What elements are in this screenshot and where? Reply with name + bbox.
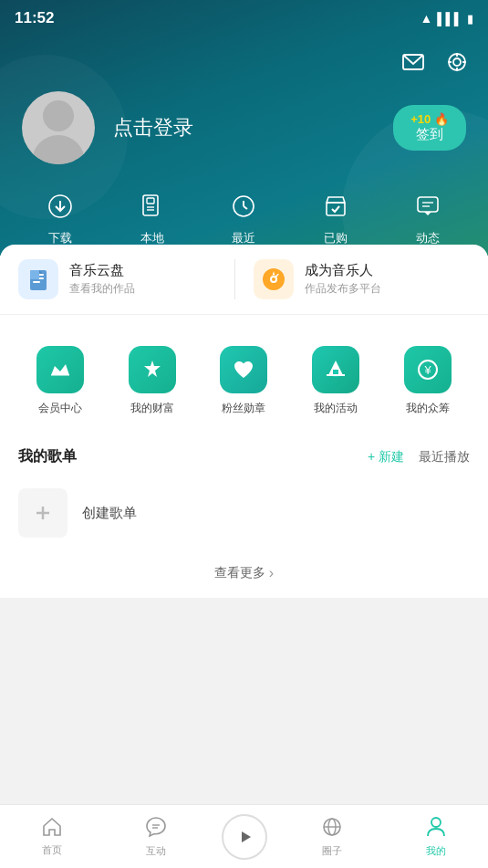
quick-local[interactable]: 本地	[134, 188, 171, 246]
svg-rect-24	[30, 270, 39, 279]
vip-icon	[36, 346, 84, 393]
mine-label: 我的	[426, 844, 446, 858]
activity-icon	[312, 346, 359, 393]
svg-rect-16	[327, 203, 345, 215]
profile-row: 点击登录 +10 🔥 签到	[0, 91, 488, 164]
checkin-plus-text: +10 🔥	[410, 112, 449, 126]
login-prompt[interactable]: 点击登录	[113, 114, 393, 141]
settings-button[interactable]	[441, 46, 473, 78]
create-playlist-label: 创建歌单	[82, 505, 137, 522]
cloud-disk-title: 音乐云盘	[69, 262, 135, 279]
home-icon	[41, 817, 63, 841]
cloud-disk-item[interactable]: 音乐云盘 查看我的作品	[18, 259, 234, 299]
nav-mine[interactable]: 我的	[384, 805, 488, 868]
wealth-label: 我的财富	[130, 401, 174, 416]
vip-label: 会员中心	[38, 401, 82, 416]
playlist-section: 我的歌单 + 新建 最近播放 创建歌单	[0, 433, 488, 549]
create-playlist-item[interactable]: 创建歌单	[18, 477, 470, 549]
download-icon	[42, 188, 78, 225]
main-content: 音乐云盘 查看我的作品 成为音乐人 作品发布多平台	[0, 245, 488, 598]
svg-point-39	[431, 818, 441, 827]
interact-label: 互动	[146, 844, 166, 858]
vip-center[interactable]: 会员中心	[36, 346, 84, 416]
header-icons	[397, 46, 473, 78]
musician-sub: 作品发布多平台	[305, 281, 381, 297]
status-time: 11:52	[15, 9, 54, 27]
checkin-label: 签到	[416, 126, 443, 143]
musician-text: 成为音乐人 作品发布多平台	[305, 262, 381, 297]
my-activity[interactable]: 我的活动	[312, 346, 359, 416]
svg-rect-17	[418, 197, 438, 212]
status-bar: 11:52 ▲ ▌▌▌ ▮	[0, 0, 488, 37]
nav-home[interactable]: 首页	[0, 805, 104, 868]
quick-recent[interactable]: 最近	[225, 188, 262, 246]
interact-icon	[145, 816, 167, 842]
home-label: 首页	[42, 843, 62, 857]
recent-icon	[225, 188, 262, 225]
fans-label: 粉丝勋章	[222, 401, 265, 416]
fans-icon	[220, 346, 267, 393]
header-background: 点击登录 +10 🔥 签到 下载	[0, 0, 488, 256]
svg-line-15	[244, 206, 247, 209]
svg-marker-35	[242, 831, 251, 842]
svg-point-7	[49, 195, 71, 217]
playlist-actions: + 新建 最近播放	[368, 449, 470, 465]
nav-play[interactable]	[208, 805, 281, 868]
quick-dynamic[interactable]: 动态	[410, 188, 446, 246]
create-plus-icon	[18, 488, 67, 538]
view-more-icon: ›	[269, 565, 274, 581]
dynamic-icon	[410, 188, 446, 225]
wealth-icon	[129, 346, 176, 393]
battery-icon: ▮	[467, 12, 473, 26]
crowdfund-label: 我的众筹	[406, 401, 450, 416]
purchased-icon	[317, 188, 354, 225]
musician-icon	[254, 259, 294, 299]
checkin-button[interactable]: +10 🔥 签到	[393, 105, 466, 151]
signal-icon: ▌▌▌	[437, 12, 462, 26]
quick-purchased[interactable]: 已购	[317, 188, 354, 246]
fans-badge[interactable]: 粉丝勋章	[220, 346, 267, 416]
play-button[interactable]	[222, 814, 267, 860]
bottom-navigation: 首页 互动 圈子	[0, 804, 488, 868]
cloud-disk-icon	[18, 259, 58, 299]
svg-text:¥: ¥	[423, 363, 431, 377]
quick-menu: 下载 本地 最近	[0, 188, 488, 246]
mail-button[interactable]	[397, 46, 430, 78]
activity-label: 我的活动	[314, 401, 358, 416]
view-more-button[interactable]: 查看更多 ›	[0, 549, 488, 598]
svg-point-1	[453, 58, 461, 66]
quick-download[interactable]: 下载	[42, 188, 78, 246]
mine-icon	[426, 816, 446, 842]
community-icon	[321, 816, 343, 842]
nav-interact[interactable]: 互动	[104, 805, 208, 868]
my-wealth[interactable]: 我的财富	[129, 346, 176, 416]
musician-item[interactable]: 成为音乐人 作品发布多平台	[234, 259, 470, 299]
avatar[interactable]	[22, 91, 95, 164]
community-label: 圈子	[322, 844, 342, 858]
cloud-disk-sub: 查看我的作品	[69, 281, 135, 297]
playlist-header: 我的歌单 + 新建 最近播放	[18, 433, 470, 477]
musician-title: 成为音乐人	[305, 262, 381, 279]
feature-row: 会员中心 我的财富 粉丝勋章	[0, 324, 488, 424]
recent-play-button[interactable]: 最近播放	[419, 449, 470, 465]
status-icons: ▲ ▌▌▌ ▮	[421, 11, 474, 26]
playlist-title: 我的歌单	[18, 447, 77, 466]
local-icon	[134, 188, 171, 225]
cloud-row: 音乐云盘 查看我的作品 成为音乐人 作品发布多平台	[0, 245, 488, 315]
my-crowdfund[interactable]: ¥ 我的众筹	[404, 346, 452, 416]
crowdfund-icon: ¥	[404, 346, 452, 393]
svg-rect-10	[147, 198, 154, 204]
cloud-disk-text: 音乐云盘 查看我的作品	[69, 262, 135, 297]
wifi-icon: ▲	[421, 11, 433, 26]
svg-rect-23	[33, 281, 40, 283]
nav-community[interactable]: 圈子	[281, 805, 385, 868]
svg-point-27	[272, 277, 275, 281]
new-playlist-button[interactable]: + 新建	[368, 449, 404, 465]
view-more-label: 查看更多	[214, 565, 265, 581]
